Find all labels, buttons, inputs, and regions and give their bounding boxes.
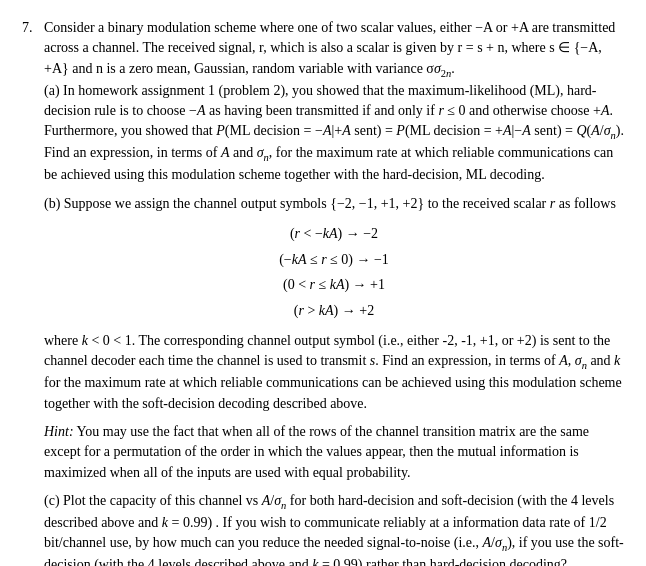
intro-end: . xyxy=(451,61,455,76)
part-c: (c) Plot the capacity of this channel vs… xyxy=(44,491,624,566)
part-a: (a) In homework assignment 1 (problem 2)… xyxy=(44,81,624,186)
part-a-label: (a) In homework assignment 1 (problem 2)… xyxy=(44,83,624,183)
part-b-label: (b) Suppose we assign the channel output… xyxy=(44,196,616,211)
problem-intro: Consider a binary modulation scheme wher… xyxy=(44,18,624,566)
hint-label-text: Hint: xyxy=(44,424,74,439)
problem-number: 7. xyxy=(22,18,44,38)
problem-container: 7. Consider a binary modulation scheme w… xyxy=(22,18,624,566)
part-a-body: In homework assignment 1 (problem 2), yo… xyxy=(44,83,624,183)
eq2: (−kA ≤ r ≤ 0) → −1 xyxy=(44,248,624,272)
hint-label: Hint: xyxy=(44,424,74,439)
hint-block: Hint: You may use the fact that when all… xyxy=(44,422,624,483)
intro-sigma: σ2n xyxy=(434,61,451,76)
part-c-label: (c) Plot the capacity of this channel vs… xyxy=(44,493,624,566)
intro-text: Consider a binary modulation scheme wher… xyxy=(44,20,615,76)
part-a-label-text: (a) xyxy=(44,83,60,98)
eq4: (r > kA) → +2 xyxy=(44,299,624,323)
problem-line: 7. Consider a binary modulation scheme w… xyxy=(22,18,624,566)
part-b-after-eqs: where k < 0 < 1. The corresponding chann… xyxy=(44,333,622,411)
eq1: (r < −kA) → −2 xyxy=(44,222,624,246)
eq3: (0 < r ≤ kA) → +1 xyxy=(44,273,624,297)
part-b: (b) Suppose we assign the channel output… xyxy=(44,194,624,414)
hint-text: You may use the fact that when all of th… xyxy=(44,424,589,480)
part-b-label-text: (b) xyxy=(44,196,60,211)
part-c-label-text: (c) xyxy=(44,493,60,508)
equations-block: (r < −kA) → −2 (−kA ≤ r ≤ 0) → −1 (0 < r… xyxy=(44,222,624,323)
